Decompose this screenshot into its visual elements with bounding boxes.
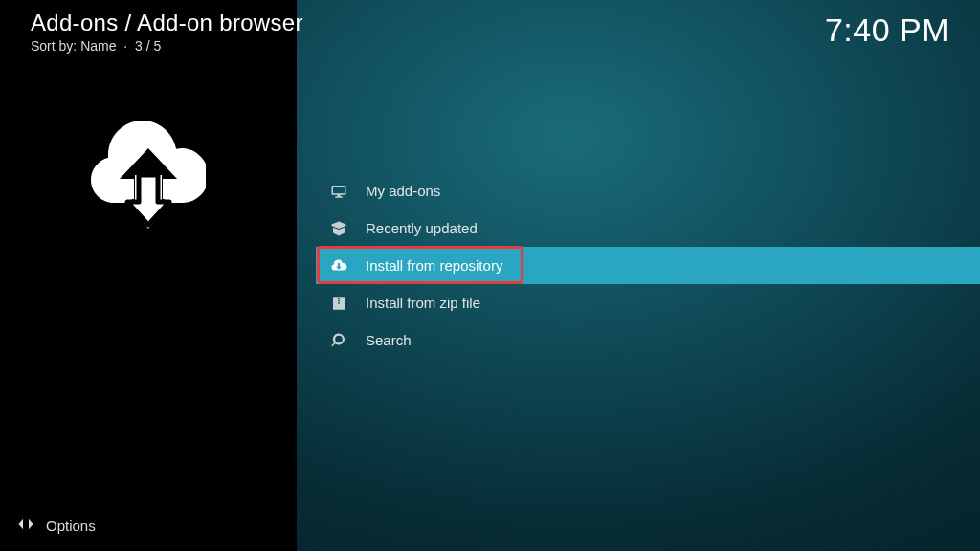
menu-item-search[interactable]: Search [316,321,980,359]
menu-item-install-repository[interactable]: Install from repository [316,247,980,284]
sort-value: Name [80,38,116,54]
options-footer[interactable]: Options [17,516,96,536]
page-title: Add-ons / Add-on browser [31,10,303,36]
box-open-icon [329,219,348,238]
options-label: Options [46,518,96,534]
menu-item-label: Recently updated [366,220,478,236]
search-icon [329,331,348,350]
monitor-icon [329,182,348,201]
menu-item-my-addons[interactable]: My add-ons [316,172,980,209]
addon-browser-hero-icon [91,110,206,234]
sort-status: Sort by: Name · 3 / 5 [31,38,303,54]
options-arrows-icon [17,516,34,536]
menu-item-install-zip[interactable]: Install from zip file [316,284,980,321]
header-bar: Add-ons / Add-on browser Sort by: Name ·… [31,10,949,54]
menu-item-label: Search [366,332,412,348]
sidebar-panel [0,0,297,551]
list-position: 3 / 5 [135,38,161,54]
sort-prefix: Sort by: [31,38,77,54]
menu-item-label: My add-ons [366,183,440,199]
clock: 7:40 PM [825,11,949,49]
cloud-download-icon [329,256,348,276]
menu-item-label: Install from zip file [366,295,480,311]
menu-item-label: Install from repository [366,257,502,274]
menu-item-recently-updated[interactable]: Recently updated [316,209,980,247]
addon-menu-list: My add-ons Recently updated Install from… [316,172,980,359]
zip-file-icon [329,294,348,313]
